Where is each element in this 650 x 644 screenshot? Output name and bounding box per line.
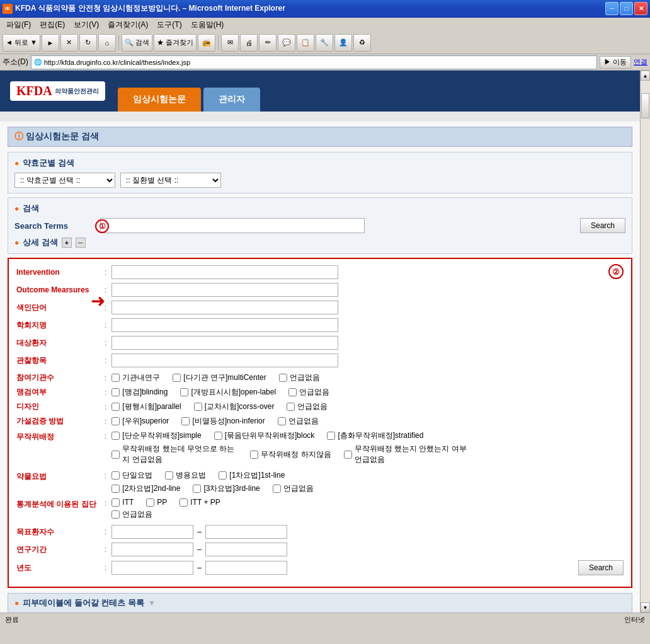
scroll-up[interactable]: ▲ xyxy=(641,71,650,81)
menu-view[interactable]: 보기(V) xyxy=(70,18,103,32)
favorites-button[interactable]: ★ 즐겨찾기 xyxy=(154,34,197,52)
cb-crossover[interactable]: [교차시험]corss-over xyxy=(194,401,275,412)
search-terms-input[interactable] xyxy=(100,218,365,233)
patient-label: 대상환자 xyxy=(16,338,105,348)
randomization-label: 무작위배정 xyxy=(16,430,105,442)
stats-group-label: 통계분석에 이용된 집단 xyxy=(16,498,105,510)
browser-content: KFDA 의약품안전관리 임상시험논문 관리자 ⓘ 임상시험논문 검색 xyxy=(0,71,640,612)
outcome-input[interactable] xyxy=(111,283,338,297)
scroll-down[interactable]: ▼ xyxy=(641,602,650,612)
stop-button[interactable]: ✕ xyxy=(60,34,78,52)
study-period-from[interactable] xyxy=(111,543,193,556)
cb-simple-random[interactable]: [단순무작위배정]simple xyxy=(111,430,201,441)
extra-btn1[interactable]: 📋 xyxy=(297,34,314,52)
keyword-row: 색인단어 : xyxy=(16,301,624,314)
search-terms-label: Search Terms xyxy=(14,221,77,231)
cb-therapy-unreported[interactable]: 언급없음 xyxy=(273,483,314,494)
cb-single-institution[interactable]: 기관내연구 xyxy=(111,372,160,383)
cb-itt-pp[interactable]: ITT + PP xyxy=(180,498,220,507)
cb-parallel[interactable]: [평행시험]parallel xyxy=(111,401,181,412)
menu-edit[interactable]: 편집(E) xyxy=(36,18,69,32)
print-button[interactable]: 🖨 xyxy=(240,34,258,52)
section-icon: ⓘ xyxy=(14,131,23,142)
hypothesis-row: 가설검증 방법 : [우위]superior [비열등성]non-inferio… xyxy=(16,416,624,427)
cb-pp[interactable]: PP xyxy=(146,498,167,507)
messenger-button[interactable]: 💬 xyxy=(278,34,295,52)
toggle-minus-btn[interactable]: ─ xyxy=(76,238,86,248)
design-label: 디자인 xyxy=(16,401,105,412)
cb-second-line[interactable]: [2차요법]2nd-line xyxy=(111,483,180,494)
minimize-button[interactable]: ─ xyxy=(605,2,619,15)
design-checkboxes: [평행시험]parallel [교차시험]corss-over 언급없음 xyxy=(111,401,328,412)
statusbar: 완료 인터넷 xyxy=(0,612,650,626)
menu-help[interactable]: 도움말(H) xyxy=(187,18,228,32)
zone-text: 인터넷 xyxy=(624,615,645,624)
cb-stratified-random[interactable]: [층화무작위배정]stratified xyxy=(327,430,423,441)
cb-monotherapy[interactable]: 단일요법 xyxy=(111,470,152,481)
menu-favorites[interactable]: 즐겨찾기(A) xyxy=(104,18,152,32)
cb-multi-institution[interactable]: [다기관 연구]multiCenter xyxy=(173,372,266,383)
address-input[interactable] xyxy=(44,59,594,66)
cb-no-random[interactable]: 무작위배정 하지않음 xyxy=(250,444,331,465)
search-toolbar-button[interactable]: 🔍 검색 xyxy=(122,34,152,52)
drug-search-label: 약효군별 검색 xyxy=(23,158,74,169)
drug-category-select[interactable]: :: 약효군별 선택 :: xyxy=(14,173,115,188)
detail-search-button[interactable]: Search xyxy=(578,560,624,575)
mail-button[interactable]: ✉ xyxy=(221,34,239,52)
extra-btn4[interactable]: ♻ xyxy=(353,34,371,52)
nav-clinical[interactable]: 임상시험논문 xyxy=(118,88,201,112)
cb-stats-unreported[interactable]: 언급없음 xyxy=(111,509,220,520)
cb-itt[interactable]: ITT xyxy=(111,498,134,507)
nav-admin[interactable]: 관리자 xyxy=(203,88,260,112)
observation-row: 관찰항목 : xyxy=(16,354,624,367)
link-button[interactable]: 연결 xyxy=(634,57,647,67)
scrollbar[interactable]: ▲ ▼ xyxy=(640,71,650,612)
cb-random-unreported-whether[interactable]: 무작위배정 했는지 안했는지 여부 언급없음 xyxy=(344,444,470,465)
edit-button[interactable]: ✏ xyxy=(259,34,277,52)
institutions-row: 참여기관수 : 기관내연구 [다기관 연구]multiCenter 언급없음 xyxy=(16,372,624,383)
cb-institution-unreported[interactable]: 언급없음 xyxy=(279,372,320,383)
cb-blinding-unreported[interactable]: 언급없음 xyxy=(288,387,329,398)
drug-therapy-label: 약물요법 xyxy=(16,470,105,482)
basic-search-button[interactable]: Search xyxy=(580,218,625,233)
cb-random-unreported-method[interactable]: 무작위배정 했는데 무엇으로 하는지 언급없음 xyxy=(111,444,237,465)
extra-btn3[interactable]: 👤 xyxy=(334,34,352,52)
target-patients-from[interactable] xyxy=(111,525,193,539)
cb-non-inferior[interactable]: [비열등성]non-inferior xyxy=(181,416,265,427)
target-patients-to[interactable] xyxy=(205,525,287,539)
cb-design-unreported[interactable]: 언급없음 xyxy=(287,401,328,412)
extra-btn2[interactable]: 🔧 xyxy=(316,34,333,52)
observation-input[interactable] xyxy=(111,354,338,367)
forward-button[interactable]: ► xyxy=(42,34,59,52)
blinding-row: 맹검여부 : [맹검]blinding [개방표시시험]open-label 언… xyxy=(16,387,624,398)
year-from[interactable] xyxy=(111,561,193,575)
intervention-input[interactable] xyxy=(111,265,338,279)
cb-hypothesis-unreported[interactable]: 언급없음 xyxy=(278,416,319,427)
cb-first-line[interactable]: [1차요법]1st-line xyxy=(219,470,285,481)
cb-blinding[interactable]: [맹검]blinding xyxy=(111,387,168,398)
close-button[interactable]: ✕ xyxy=(634,2,647,15)
go-button[interactable]: ▶ 이동 xyxy=(600,56,631,69)
refresh-button[interactable]: ↻ xyxy=(79,34,97,52)
patient-input[interactable] xyxy=(111,336,338,350)
menu-file[interactable]: 파일(F) xyxy=(3,18,35,32)
toggle-plus-btn[interactable]: + xyxy=(62,238,72,248)
cb-third-line[interactable]: [3차요법]3rd-line xyxy=(193,483,259,494)
study-period-to[interactable] xyxy=(205,543,287,556)
year-to[interactable] xyxy=(205,561,287,575)
cb-block-random[interactable]: [묶음단위무작위배정]block xyxy=(214,430,315,441)
bottom-title: 피부데이블에 들어갈 컨테츠 목록 xyxy=(23,597,144,609)
maximize-button[interactable]: □ xyxy=(620,2,633,15)
disease-select[interactable]: :: 질환별 선택 :: xyxy=(120,173,221,188)
menu-tools[interactable]: 도구(T) xyxy=(153,18,185,32)
scroll-thumb[interactable] xyxy=(641,93,649,118)
cb-superior[interactable]: [우위]superior xyxy=(111,416,169,427)
back-button[interactable]: ◄ 뒤로 ▼ xyxy=(3,34,40,52)
cb-open-label[interactable]: [개방표시시험]open-label xyxy=(180,387,276,398)
media-button[interactable]: 📻 xyxy=(198,34,215,52)
keyword-input[interactable] xyxy=(111,301,338,314)
home-button[interactable]: ⌂ xyxy=(98,34,116,52)
journal-input[interactable] xyxy=(111,318,338,332)
cb-combination[interactable]: 병용요법 xyxy=(165,470,206,481)
blinding-label: 맹검여부 xyxy=(16,387,105,398)
